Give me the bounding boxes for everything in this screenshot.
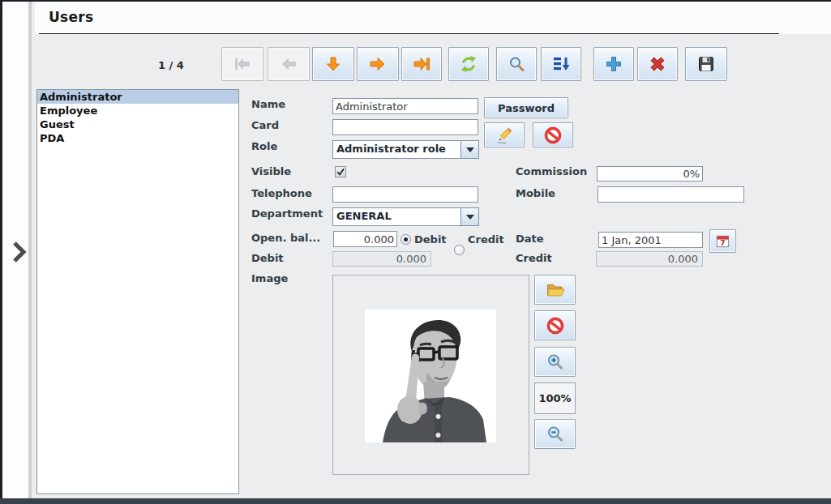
- user-list-item[interactable]: Guest: [37, 117, 238, 131]
- telephone-label: Telephone: [251, 187, 312, 199]
- date-label: Date: [516, 233, 544, 245]
- pencil-icon: [495, 126, 514, 145]
- first-record-icon: [233, 55, 251, 73]
- calendar-icon: 7: [715, 233, 730, 249]
- image-zoom-level-button[interactable]: 100%: [534, 382, 576, 414]
- refresh-icon: [460, 55, 478, 73]
- next-record-icon: [369, 55, 387, 73]
- image-label: Image: [251, 272, 288, 284]
- no-entry-icon: [546, 316, 565, 335]
- add-icon: [605, 55, 623, 73]
- debit-radio[interactable]: [401, 234, 411, 245]
- credit-total-display: 0.000: [596, 251, 703, 267]
- folder-icon: [546, 280, 565, 300]
- window-border-bottom: [0, 498, 831, 504]
- collapsed-sidebar[interactable]: [2, 2, 32, 498]
- delete-icon: [649, 55, 666, 73]
- image-zoom-out-button[interactable]: [534, 419, 576, 449]
- mobile-label: Mobile: [516, 187, 555, 199]
- last-record-button[interactable]: [401, 47, 442, 81]
- delete-record-button[interactable]: [637, 47, 678, 81]
- down-arrow-icon: [324, 55, 342, 73]
- next-record-button[interactable]: [357, 47, 399, 81]
- card-label: Card: [251, 119, 279, 131]
- card-input[interactable]: [332, 119, 478, 135]
- search-icon: [508, 55, 525, 73]
- open-balance-input[interactable]: [333, 231, 397, 247]
- open-balance-label: Open. bal...: [251, 232, 320, 244]
- role-combobox-arrow[interactable]: [460, 141, 478, 158]
- record-counter: 1 / 4: [158, 59, 203, 71]
- card-edit-button[interactable]: [484, 122, 525, 147]
- debit-radio-label[interactable]: Debit: [414, 233, 447, 246]
- save-icon: [697, 55, 715, 73]
- mobile-input[interactable]: [598, 186, 744, 203]
- user-list[interactable]: Administrator Employee Guest PDA: [36, 89, 239, 494]
- last-record-icon: [413, 55, 430, 73]
- sort-icon: [552, 55, 570, 73]
- zoom-in-icon: [546, 352, 565, 372]
- user-list-item[interactable]: PDA: [37, 131, 238, 145]
- visible-checkbox[interactable]: [335, 166, 346, 177]
- move-down-button[interactable]: [312, 47, 354, 81]
- commission-input[interactable]: [597, 166, 703, 182]
- user-list-item[interactable]: Employee: [37, 104, 238, 117]
- image-zoom-in-button[interactable]: [534, 347, 576, 377]
- sort-button[interactable]: [541, 47, 581, 81]
- commission-label: Commission: [516, 165, 587, 177]
- user-photo: [365, 310, 496, 442]
- name-input[interactable]: [332, 98, 478, 114]
- save-record-button[interactable]: [685, 47, 727, 81]
- role-combobox-value: Administrator role: [333, 141, 460, 158]
- search-button[interactable]: [496, 47, 537, 81]
- refresh-button[interactable]: [448, 47, 489, 81]
- department-combobox[interactable]: GENERAL: [332, 207, 479, 226]
- credit-label: Credit: [516, 252, 552, 264]
- image-open-button[interactable]: [534, 275, 576, 305]
- title-strip: [35, 2, 831, 34]
- zoom-out-icon: [546, 425, 565, 444]
- debit-label: Debit: [251, 252, 284, 264]
- department-combobox-arrow[interactable]: [460, 208, 478, 225]
- app-window: Users 1 / 4: [0, 0, 831, 504]
- password-button[interactable]: Password: [484, 97, 568, 118]
- page-title: Users: [49, 9, 93, 25]
- add-record-button[interactable]: [593, 47, 634, 81]
- first-record-button[interactable]: [221, 47, 263, 81]
- role-combobox[interactable]: Administrator role: [332, 140, 479, 159]
- date-input[interactable]: [598, 232, 703, 248]
- no-entry-icon: [543, 126, 563, 145]
- expand-chevron-icon[interactable]: [11, 240, 27, 264]
- previous-record-icon: [280, 55, 298, 73]
- image-panel: [332, 275, 529, 475]
- chevron-down-icon: [466, 215, 474, 220]
- image-clear-button[interactable]: [534, 310, 576, 340]
- debit-total-display: 0.000: [332, 251, 431, 267]
- checkmark-icon: [336, 167, 345, 177]
- role-label: Role: [251, 140, 277, 152]
- credit-radio[interactable]: [454, 245, 465, 255]
- chevron-down-icon: [466, 147, 474, 152]
- telephone-input[interactable]: [332, 186, 478, 203]
- previous-record-button[interactable]: [268, 47, 310, 81]
- name-label: Name: [251, 98, 285, 110]
- department-combobox-value: GENERAL: [333, 208, 460, 225]
- department-label: Department: [251, 207, 323, 220]
- card-clear-button[interactable]: [533, 122, 573, 147]
- date-picker-button[interactable]: 7: [709, 229, 736, 253]
- title-separator: [39, 33, 779, 34]
- svg-text:7: 7: [721, 239, 726, 247]
- visible-label: Visible: [251, 165, 291, 177]
- user-list-item[interactable]: Administrator: [37, 90, 238, 104]
- credit-radio-label[interactable]: Credit: [468, 233, 504, 246]
